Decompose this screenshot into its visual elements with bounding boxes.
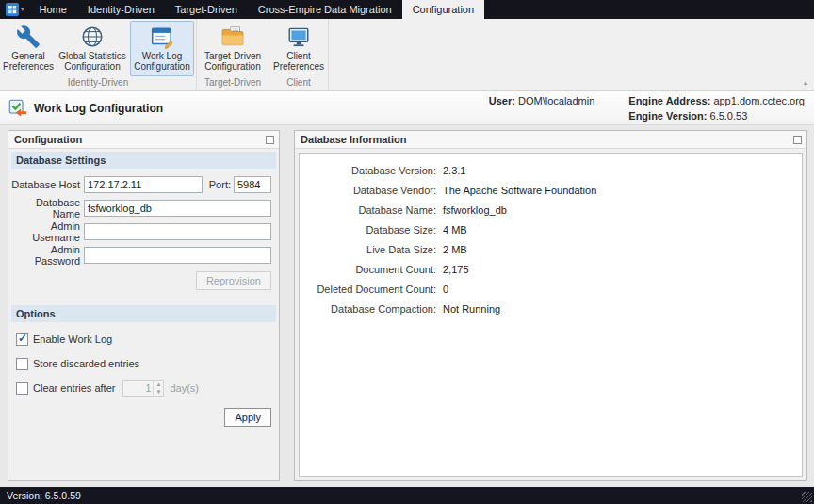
engine-address-value: app1.dom.cctec.org: [713, 95, 805, 106]
store-discarded-row: Store discarded entries: [16, 356, 271, 371]
client-preferences-button[interactable]: Client Preferences: [271, 21, 326, 76]
info-row: Deleted Document Count: 0: [300, 279, 802, 299]
admin-username-input[interactable]: [84, 223, 271, 240]
ribbon-button-label: Work Log Configuration: [132, 51, 192, 72]
info-value: 4 MB: [443, 224, 467, 236]
engine-info-column: Engine Address: app1.dom.cctec.org Engin…: [628, 93, 805, 123]
database-name-label: Database Name: [10, 197, 84, 219]
reprovision-button[interactable]: Reprovision: [196, 271, 271, 290]
folder-icon: [220, 24, 245, 49]
info-label: Database Name:: [300, 204, 436, 216]
panel-options-button[interactable]: [266, 136, 274, 144]
worklog-window-icon: [150, 24, 174, 49]
info-value: 2.3.1: [443, 165, 465, 176]
admin-password-input[interactable]: [84, 247, 271, 264]
status-version-text: Version: 6.5.0.59: [7, 490, 81, 501]
general-preferences-button[interactable]: General Preferences: [2, 21, 55, 76]
clear-entries-days-stepper[interactable]: 1 ▲▼: [122, 380, 164, 397]
app-menu-icon: [6, 3, 19, 16]
admin-username-row: Admin Username: [10, 222, 271, 241]
ribbon-group-client: Client Preferences Client: [269, 19, 329, 90]
info-row: Database Version: 2.3.1: [300, 160, 802, 180]
configuration-panel-header: Configuration: [8, 131, 279, 149]
engine-version-value: 6.5.0.53: [710, 110, 748, 122]
user-value: DOM\localadmin: [518, 95, 594, 106]
ribbon: General Preferences Global Statistics Co…: [0, 19, 814, 91]
ribbon-group-caption: Target-Driven: [197, 76, 269, 90]
info-value: Not Running: [443, 303, 500, 315]
options-header: Options: [11, 305, 276, 322]
reprovision-row: Reprovision: [8, 271, 271, 290]
admin-password-row: Admin Password: [10, 246, 271, 265]
database-settings-header: Database Settings: [11, 152, 276, 169]
ribbon-group-identity-driven: General Preferences Global Statistics Co…: [0, 19, 197, 90]
globe-icon: [80, 24, 105, 49]
port-label: Port:: [209, 179, 231, 190]
panel-options-button[interactable]: [793, 136, 802, 144]
content-area: Configuration Database Settings Database…: [0, 125, 814, 487]
engine-address: Engine Address: app1.dom.cctec.org: [628, 93, 805, 108]
info-row: Database Name: fsfworklog_db: [300, 200, 802, 219]
stepper-down-icon[interactable]: ▼: [154, 388, 163, 396]
target-driven-configuration-button[interactable]: Target-Driven Configuration: [199, 21, 267, 76]
global-statistics-configuration-button[interactable]: Global Statistics Configuration: [55, 21, 130, 76]
database-name-row: Database Name: [10, 199, 271, 218]
resize-grip[interactable]: [802, 492, 812, 502]
ribbon-button-label: Target-Driven Configuration: [201, 51, 265, 72]
info-value: The Apache Software Foundation: [443, 185, 596, 196]
enable-work-log-label: Enable Work Log: [33, 333, 112, 345]
admin-username-label: Admin Username: [10, 220, 84, 243]
clear-entries-row: Clear entries after 1 ▲▼ day(s): [16, 381, 271, 396]
enable-work-log-row: Enable Work Log: [16, 332, 271, 347]
tab-home[interactable]: Home: [29, 0, 77, 19]
port-input[interactable]: [234, 176, 271, 193]
app-menu-button[interactable]: ▾: [0, 0, 29, 19]
stepper-arrows[interactable]: ▲▼: [153, 381, 163, 396]
info-row: Live Data Size: 2 MB: [300, 239, 802, 259]
application-window: ▾ Home Identity-Driven Target-Driven Cro…: [0, 0, 814, 125]
tab-target-driven[interactable]: Target-Driven: [165, 0, 248, 19]
panel-title: Database Information: [301, 134, 406, 145]
tab-configuration[interactable]: Configuration: [402, 0, 484, 19]
ribbon-collapse-button[interactable]: ▴: [804, 78, 807, 87]
status-bar: Version: 6.5.0.59: [0, 487, 814, 504]
enable-work-log-checkbox[interactable]: [16, 333, 28, 346]
info-label: Database Vendor:: [300, 185, 436, 196]
configuration-panel: Configuration Database Settings Database…: [8, 130, 280, 481]
info-value: fsfworklog_db: [443, 204, 507, 216]
store-discarded-label: Store discarded entries: [33, 358, 139, 369]
clear-entries-label: Clear entries after: [33, 382, 115, 394]
ribbon-button-label: Client Preferences: [273, 51, 324, 72]
database-information-panel: Database Information Database Version: 2…: [294, 130, 807, 481]
ribbon-button-label: General Preferences: [3, 51, 54, 72]
page-title: Work Log Configuration: [34, 102, 163, 115]
ribbon-group-caption: Identity-Driven: [0, 76, 196, 90]
info-row: Database Size: 4 MB: [300, 219, 802, 239]
database-host-row: Database Host Port:: [10, 175, 271, 194]
stepper-up-icon[interactable]: ▲: [154, 381, 163, 388]
apply-button[interactable]: Apply: [224, 408, 271, 427]
info-value: 2,175: [443, 264, 469, 275]
info-label: Database Compaction:: [300, 303, 436, 315]
stepper-value: 1: [123, 381, 153, 396]
tab-identity-driven[interactable]: Identity-Driven: [77, 0, 165, 19]
apply-row: Apply: [8, 408, 271, 427]
user-label: User:: [489, 95, 515, 106]
clear-entries-checkbox[interactable]: [16, 382, 28, 395]
tab-cross-empire-data-migration[interactable]: Cross-Empire Data Migration: [248, 0, 402, 19]
database-name-input[interactable]: [84, 200, 271, 217]
info-row: Document Count: 2,175: [300, 259, 802, 279]
chevron-down-icon: ▾: [21, 6, 24, 13]
database-host-input[interactable]: [84, 176, 203, 193]
store-discarded-checkbox[interactable]: [16, 358, 28, 370]
engine-address-label: Engine Address:: [628, 95, 710, 106]
wrench-icon: [16, 24, 41, 49]
engine-info: User: DOM\localadmin Engine Address: app…: [489, 93, 805, 123]
ribbon-button-label: Global Statistics Configuration: [57, 51, 128, 72]
info-label: Deleted Document Count:: [300, 284, 436, 295]
monitor-icon: [286, 24, 311, 49]
info-row: Database Compaction: Not Running: [300, 299, 802, 318]
days-suffix-label: day(s): [170, 382, 199, 394]
database-information-box: Database Version: 2.3.1 Database Vendor:…: [299, 153, 803, 477]
work-log-configuration-button[interactable]: Work Log Configuration: [130, 21, 194, 76]
